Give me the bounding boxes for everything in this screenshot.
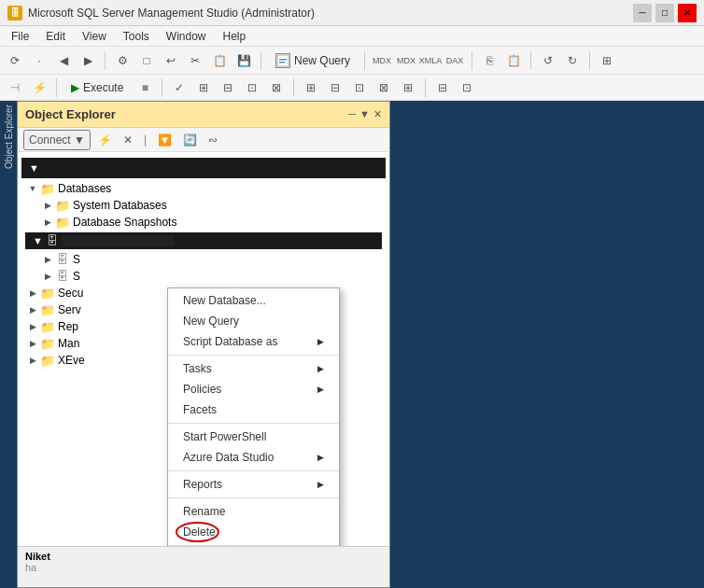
- toolbar-btn-1[interactable]: ⟳: [4, 49, 26, 72]
- new-query-button[interactable]: New Query: [267, 50, 359, 71]
- oe-connect-btn[interactable]: Connect ▼: [23, 130, 91, 150]
- minimize-button[interactable]: ─: [633, 4, 652, 22]
- security-label: Secu: [58, 287, 83, 300]
- ctx-tasks[interactable]: Tasks: [168, 358, 339, 379]
- folder-icon-server: 📁: [40, 302, 55, 317]
- toolbar-btn-xmla[interactable]: XMLA: [419, 49, 442, 72]
- user-name: Niket: [25, 551, 382, 562]
- toolbar2-btn-9[interactable]: ⊞: [300, 77, 322, 99]
- oe-tool-1[interactable]: ⚡: [94, 132, 116, 148]
- toolbar2-btn-14[interactable]: ⊟: [431, 77, 454, 99]
- ctx-azure-data-studio[interactable]: Azure Data Studio: [168, 447, 339, 468]
- ctx-sep-5: [168, 545, 339, 546]
- stop-btn[interactable]: ■: [134, 77, 156, 99]
- toolbar-btn-mdx2[interactable]: MDX: [395, 49, 417, 72]
- toolbar-btn-grid[interactable]: ⊞: [596, 49, 618, 72]
- tree-node-db-s2[interactable]: ▶ 🗄 S: [18, 268, 389, 285]
- ctx-start-powershell[interactable]: Start PowerShell: [168, 427, 339, 447]
- ctx-reports[interactable]: Reports: [168, 474, 339, 495]
- oe-close-btn[interactable]: ✕: [373, 108, 382, 120]
- ctx-policies[interactable]: Policies: [168, 379, 339, 399]
- replication-label: Rep: [58, 320, 78, 333]
- parse-btn[interactable]: ✓: [168, 77, 190, 99]
- ctx-sep-2: [168, 423, 339, 424]
- toolbar2-btn-6[interactable]: ⊟: [217, 77, 239, 99]
- toolbar-btn-copy[interactable]: ⎘: [478, 49, 500, 72]
- execute-button[interactable]: ▶ Execute: [63, 78, 132, 97]
- databases-label: Databases: [58, 182, 111, 195]
- main-area: Object Explorer Object Explorer ─ ▼ ✕ Co…: [0, 101, 704, 588]
- expand-s2: ▶: [40, 269, 55, 284]
- menu-tools[interactable]: Tools: [116, 28, 157, 45]
- toolbar2-btn-15[interactable]: ⊡: [456, 77, 478, 99]
- toolbar2-btn-8[interactable]: ⊠: [265, 77, 288, 99]
- toolbar-btn-3[interactable]: ◀: [52, 49, 75, 72]
- tree-node-snapshots[interactable]: ▶ 📁 Database Snapshots: [18, 214, 389, 231]
- toolbar-btn-10[interactable]: 💾: [232, 49, 255, 72]
- ctx-delete[interactable]: Delete: [168, 522, 339, 542]
- ctx-sep-3: [168, 470, 339, 471]
- toolbar-btn-mdx[interactable]: MDX: [371, 49, 393, 72]
- menu-edit[interactable]: Edit: [38, 28, 73, 45]
- toolbar2-btn-7[interactable]: ⊡: [241, 77, 263, 99]
- selected-db-node[interactable]: ▼ 🗄: [25, 232, 382, 249]
- separator-6: [589, 51, 590, 70]
- oe-tool-5[interactable]: 🔄: [179, 132, 201, 148]
- ctx-sep-4: [168, 497, 339, 498]
- folder-icon-replication: 📁: [40, 319, 55, 334]
- db-s2-label: S: [73, 270, 80, 283]
- ctx-script-db-as[interactable]: Script Database as: [168, 331, 339, 352]
- toolbar2-btn-5[interactable]: ⊞: [192, 77, 215, 99]
- toolbar-btn-7[interactable]: ↩: [160, 49, 182, 72]
- toolbar-btn-redo[interactable]: ↻: [561, 49, 584, 72]
- ctx-rename[interactable]: Rename: [168, 501, 339, 522]
- toolbar2-btn-2[interactable]: ⚡: [28, 77, 50, 99]
- db-s1-label: S: [73, 253, 80, 266]
- toolbar2-btn-10[interactable]: ⊟: [324, 77, 346, 99]
- toolbar-row-2: ⊣ ⚡ ▶ Execute ■ ✓ ⊞ ⊟ ⊡ ⊠ ⊞ ⊟ ⊡ ⊠ ⊞ ⊟ ⊡: [0, 75, 704, 101]
- toolbar-btn-5[interactable]: ⚙: [111, 49, 134, 72]
- toolbar-btn-4[interactable]: ▶: [77, 49, 99, 72]
- toolbar-btn-6[interactable]: □: [135, 49, 158, 72]
- oe-tool-3[interactable]: |: [140, 132, 150, 148]
- tree-node-system-db[interactable]: ▶ 📁 System Databases: [18, 197, 389, 214]
- toolbar-btn-dax[interactable]: DAX: [444, 49, 466, 72]
- toolbar-btn-8[interactable]: ✂: [184, 49, 206, 72]
- tree-node-db-s1[interactable]: ▶ 🗄 S: [18, 251, 389, 268]
- ctx-facets-label: Facets: [183, 403, 217, 416]
- close-button[interactable]: ✕: [678, 4, 697, 22]
- oe-dropdown-btn[interactable]: ▼: [359, 108, 370, 120]
- ctx-reports-label: Reports: [183, 478, 222, 491]
- ctx-new-database[interactable]: New Database...: [168, 290, 339, 311]
- ctx-new-query[interactable]: New Query: [168, 311, 339, 331]
- toolbar-btn-9[interactable]: 📋: [208, 49, 231, 72]
- tree-node-databases[interactable]: ▼ 📁 Databases: [18, 180, 389, 197]
- toolbar2-btn-12[interactable]: ⊠: [373, 77, 395, 99]
- svg-rect-2: [279, 62, 285, 63]
- folder-icon-snapshots: 📁: [55, 215, 70, 230]
- oe-pin-btn[interactable]: ─: [348, 108, 356, 120]
- ctx-facets[interactable]: Facets: [168, 399, 339, 420]
- oe-tool-4[interactable]: 🔽: [154, 132, 176, 148]
- menu-help[interactable]: Help: [216, 28, 254, 45]
- toolbar2-btn-1[interactable]: ⊣: [4, 77, 26, 99]
- toolbar2-btn-13[interactable]: ⊞: [397, 77, 419, 99]
- folder-icon-databases: 📁: [40, 181, 55, 196]
- oe-tool-2[interactable]: ✕: [120, 132, 136, 148]
- oe-header-btns: ─ ▼ ✕: [348, 108, 382, 120]
- toolbar2-btn-11[interactable]: ⊡: [348, 77, 371, 99]
- menu-file[interactable]: File: [4, 28, 36, 45]
- folder-icon-xevents: 📁: [40, 353, 55, 368]
- expand-replication: ▶: [25, 319, 40, 334]
- menu-window[interactable]: Window: [159, 28, 214, 45]
- oe-tool-6[interactable]: ∾: [204, 132, 221, 148]
- server-node[interactable]: ▼: [21, 158, 386, 178]
- toolbar-btn-2[interactable]: ·: [28, 49, 50, 72]
- menu-view[interactable]: View: [75, 28, 114, 45]
- toolbar-btn-paste[interactable]: 📋: [502, 49, 525, 72]
- expand-system-db: ▶: [40, 198, 55, 213]
- ctx-tasks-label: Tasks: [183, 362, 212, 375]
- toolbar-btn-undo[interactable]: ↺: [537, 49, 559, 72]
- oe-tab-label[interactable]: Object Explorer: [4, 105, 14, 169]
- maximize-button[interactable]: □: [655, 4, 674, 22]
